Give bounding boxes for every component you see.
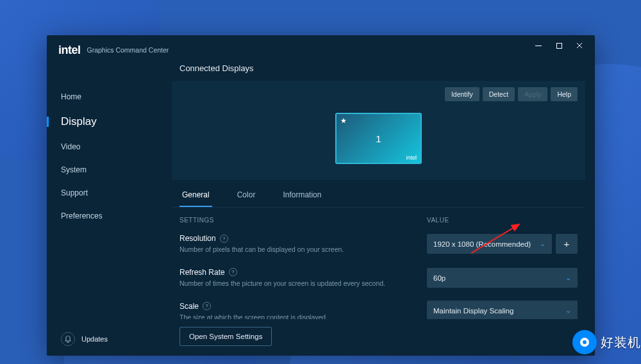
- sidebar-item-system[interactable]: System: [47, 158, 162, 181]
- tab-color[interactable]: Color: [235, 190, 258, 207]
- sidebar-item-label: Display: [61, 115, 97, 128]
- apply-button: Apply: [518, 87, 547, 101]
- tab-label: Information: [283, 190, 321, 199]
- setting-label-text: Resolution: [179, 234, 216, 243]
- maximize-button[interactable]: [549, 39, 569, 52]
- select-value: 1920 x 1080 (Recommended): [433, 240, 531, 248]
- chevron-down-icon: ⌄: [540, 240, 545, 248]
- resolution-select[interactable]: 1920 x 1080 (Recommended) ⌄: [427, 234, 552, 254]
- updates-label: Updates: [81, 335, 108, 343]
- main-panel: Connected Displays Identify Detect Apply…: [162, 53, 595, 356]
- refresh-select[interactable]: 60p ⌄: [427, 268, 578, 288]
- value-column: VALUE 1920 x 1080 (Recommended) ⌄ + 60p: [427, 217, 578, 319]
- chevron-down-icon: ⌄: [565, 274, 571, 282]
- star-icon: ★: [340, 117, 347, 125]
- monitor-area: ★ 1 intel: [179, 101, 578, 167]
- close-icon: [576, 42, 583, 49]
- sidebar-items: Home Display Video System Support Prefer…: [47, 85, 162, 322]
- minimize-icon: [535, 46, 542, 46]
- monitor-number: 1: [376, 133, 381, 144]
- sidebar-item-label: Support: [61, 188, 88, 197]
- settings-body: SETTINGS Resolution ? Number of pixels t…: [172, 208, 585, 319]
- sidebar-item-video[interactable]: Video: [47, 135, 162, 158]
- open-system-settings-button[interactable]: Open System Settings: [179, 327, 272, 346]
- select-value: Maintain Display Scaling: [433, 307, 513, 315]
- sidebar-item-label: Video: [61, 142, 80, 151]
- sidebar: Home Display Video System Support Prefer…: [47, 53, 162, 356]
- sidebar-item-support[interactable]: Support: [47, 181, 162, 204]
- value-refresh-row: 60p ⌄: [427, 268, 578, 288]
- sidebar-item-label: System: [61, 165, 87, 174]
- scale-select[interactable]: Maintain Display Scaling ⌄: [427, 301, 578, 319]
- help-icon[interactable]: ?: [220, 235, 228, 243]
- sidebar-item-home[interactable]: Home: [47, 85, 162, 108]
- page-title: Connected Displays: [172, 58, 585, 81]
- tabs: General Color Information: [172, 180, 585, 208]
- watermark: 好装机: [572, 330, 641, 354]
- svg-rect-0: [535, 46, 542, 46]
- select-value: 60p: [433, 274, 445, 282]
- setting-refresh: Refresh Rate ? Number of times the pictu…: [179, 268, 414, 289]
- identify-button[interactable]: Identify: [445, 87, 479, 101]
- setting-label-text: Refresh Rate: [179, 268, 225, 277]
- app-window: intel Graphics Command Center Home Displ…: [47, 35, 595, 356]
- monitor-brand: intel: [406, 154, 417, 161]
- setting-desc: Number of pixels that can be displayed o…: [179, 245, 414, 255]
- action-row: Identify Detect Apply Help: [179, 87, 578, 101]
- maximize-icon: [556, 43, 562, 49]
- help-button[interactable]: Help: [551, 87, 578, 101]
- value-resolution-row: 1920 x 1080 (Recommended) ⌄ +: [427, 234, 578, 254]
- help-icon[interactable]: ?: [229, 268, 237, 276]
- minimize-button[interactable]: [528, 39, 549, 52]
- tab-label: General: [182, 190, 210, 199]
- sidebar-item-label: Preferences: [61, 211, 103, 220]
- monitor-tile[interactable]: ★ 1 intel: [335, 113, 422, 164]
- display-card: Identify Detect Apply Help ★ 1 intel: [172, 81, 585, 180]
- setting-desc: Number of times the picture on your scre…: [179, 279, 414, 289]
- window-body: Home Display Video System Support Prefer…: [47, 53, 595, 356]
- add-resolution-button[interactable]: +: [556, 234, 578, 254]
- help-icon[interactable]: ?: [203, 302, 211, 310]
- detect-button[interactable]: Detect: [483, 87, 515, 101]
- svg-rect-1: [556, 43, 562, 48]
- value-scale-row: Maintain Display Scaling ⌄: [427, 301, 578, 319]
- sidebar-item-label: Home: [61, 92, 81, 101]
- window-controls: [528, 37, 595, 52]
- chevron-down-icon: ⌄: [565, 306, 571, 315]
- tab-general[interactable]: General: [179, 190, 212, 207]
- plus-icon: +: [564, 238, 570, 249]
- tab-information[interactable]: Information: [280, 190, 324, 207]
- setting-scale: Scale ? The size at which the screen con…: [179, 302, 414, 320]
- titlebar: intel Graphics Command Center: [47, 35, 595, 53]
- watermark-icon: [572, 330, 597, 354]
- bell-icon: [61, 332, 75, 346]
- value-header: VALUE: [427, 217, 578, 224]
- sidebar-item-display[interactable]: Display: [47, 108, 162, 135]
- tab-label: Color: [237, 190, 256, 199]
- sidebar-item-preferences[interactable]: Preferences: [47, 204, 162, 228]
- settings-header: SETTINGS: [179, 217, 414, 224]
- setting-desc: The size at which the screen content is …: [179, 313, 414, 320]
- sidebar-footer[interactable]: Updates: [47, 322, 162, 356]
- setting-resolution: Resolution ? Number of pixels that can b…: [179, 234, 414, 255]
- setting-label-text: Scale: [179, 302, 199, 311]
- watermark-text: 好装机: [601, 334, 641, 351]
- close-button[interactable]: [569, 39, 590, 52]
- settings-column: SETTINGS Resolution ? Number of pixels t…: [179, 217, 414, 319]
